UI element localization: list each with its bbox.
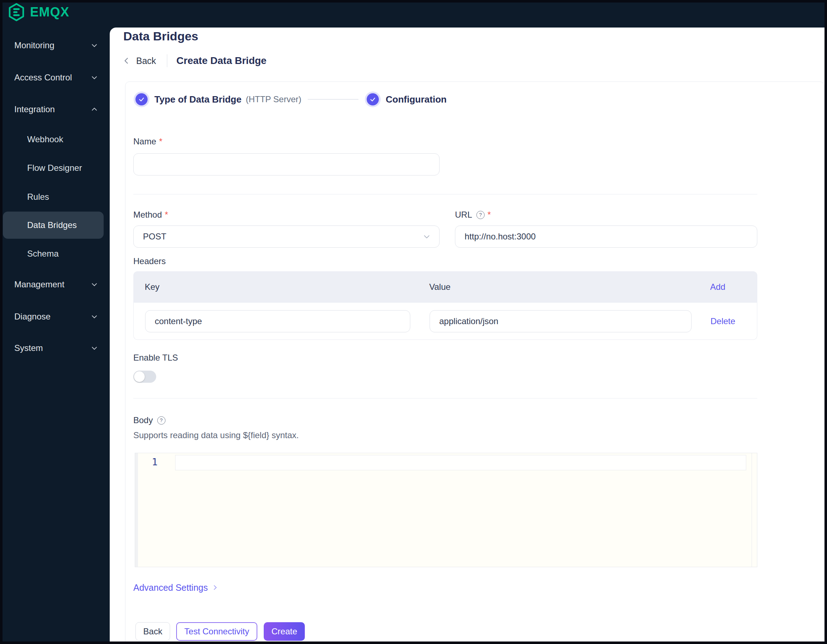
- tls-label: Enable TLS: [133, 352, 178, 363]
- emqx-hexagon-icon: [8, 3, 25, 22]
- url-input[interactable]: [455, 226, 757, 248]
- sidebar-item-integration[interactable]: Integration: [0, 101, 110, 117]
- sidebar-item-access-control[interactable]: Access Control: [0, 70, 110, 86]
- sidebar-item-monitoring[interactable]: Monitoring: [0, 37, 110, 53]
- required-asterisk: *: [165, 210, 168, 220]
- step1-note: (HTTP Server): [246, 94, 302, 104]
- value-column-header: Value: [429, 271, 451, 303]
- editor-current-line[interactable]: [175, 455, 746, 470]
- editor-glyph-margin: [135, 453, 138, 567]
- method-select[interactable]: POST: [133, 226, 440, 248]
- add-header-link[interactable]: Add: [710, 271, 726, 303]
- headers-table-head: Key Value Add: [133, 271, 757, 303]
- emqx-logo: EMQX: [8, 3, 69, 22]
- name-label: Name *: [133, 136, 162, 147]
- step1-label: Type of Data Bridge: [154, 94, 242, 105]
- step2-label: Configuration: [385, 94, 446, 105]
- editor-scrollbar[interactable]: [752, 453, 752, 567]
- app-window: EMQX Monitoring Access Control Integrati…: [0, 0, 827, 644]
- headers-table: Key Value Add Delete: [133, 271, 757, 340]
- key-column-header: Key: [145, 271, 159, 303]
- sidebar-item-webhook[interactable]: Webhook: [0, 131, 110, 147]
- breadcrumb-current: Create Data Bridge: [176, 55, 267, 67]
- header-key-input[interactable]: [145, 310, 410, 332]
- sidebar-item-system[interactable]: System: [0, 340, 110, 356]
- sidebar-item-flow-designer[interactable]: Flow Designer: [0, 160, 110, 176]
- stepper: Type of Data Bridge (HTTP Server) Config…: [134, 92, 447, 107]
- brand-name: EMQX: [30, 5, 69, 20]
- create-button[interactable]: Create: [264, 622, 305, 641]
- help-icon[interactable]: ?: [157, 416, 165, 424]
- headers-table-row: Delete: [133, 303, 757, 340]
- editor-line-number: 1: [150, 456, 160, 468]
- step2-check-icon: [367, 93, 379, 105]
- tls-toggle[interactable]: [133, 371, 156, 383]
- page-title: Data Bridges: [123, 29, 198, 43]
- breadcrumb: Back Create Data Bridge: [122, 54, 267, 68]
- chevron-down-icon: [90, 41, 98, 50]
- stepper-connector: [308, 99, 359, 100]
- step1-check-icon: [136, 93, 148, 105]
- sidebar: EMQX Monitoring Access Control Integrati…: [0, 0, 110, 644]
- back-link[interactable]: Back: [122, 56, 156, 66]
- chevron-left-icon: [122, 56, 131, 65]
- advanced-settings-link[interactable]: Advanced Settings: [133, 582, 219, 593]
- chevron-down-icon: [90, 312, 98, 321]
- breadcrumb-divider: [167, 54, 167, 67]
- delete-header-link[interactable]: Delete: [710, 303, 735, 340]
- main-content: Data Bridges Back Create Data Bridge Typ…: [110, 28, 824, 641]
- header-value-input[interactable]: [429, 310, 691, 332]
- section-divider: [133, 194, 757, 195]
- chevron-down-icon: [90, 280, 98, 289]
- required-asterisk: *: [159, 137, 162, 147]
- chevron-up-icon: [90, 105, 98, 114]
- toggle-knob: [134, 371, 145, 382]
- test-connectivity-button[interactable]: Test Connectivity: [176, 622, 257, 641]
- section-divider: [133, 398, 757, 399]
- url-label: URL ? *: [455, 209, 491, 220]
- name-input[interactable]: [133, 153, 440, 175]
- sidebar-item-diagnose[interactable]: Diagnose: [0, 309, 110, 324]
- create-bridge-card: Type of Data Bridge (HTTP Server) Config…: [125, 81, 824, 641]
- method-selected-value: POST: [143, 232, 166, 242]
- back-button[interactable]: Back: [136, 622, 170, 641]
- body-hint: Supports reading data using ${field} syn…: [133, 430, 299, 440]
- body-code-editor[interactable]: 1: [135, 453, 757, 567]
- sidebar-item-schema[interactable]: Schema: [0, 246, 110, 262]
- sidebar-item-management[interactable]: Management: [0, 277, 110, 292]
- body-label: Body ?: [133, 415, 165, 426]
- chevron-down-icon: [90, 73, 98, 82]
- help-icon[interactable]: ?: [476, 211, 485, 219]
- chevron-down-icon: [422, 232, 431, 241]
- headers-label: Headers: [133, 256, 166, 267]
- sidebar-item-rules[interactable]: Rules: [0, 189, 110, 205]
- method-label: Method *: [133, 209, 168, 220]
- sidebar-item-data-bridges[interactable]: Data Bridges: [3, 212, 104, 239]
- required-asterisk: *: [487, 210, 491, 220]
- chevron-right-icon: [211, 583, 219, 591]
- chevron-down-icon: [90, 344, 98, 352]
